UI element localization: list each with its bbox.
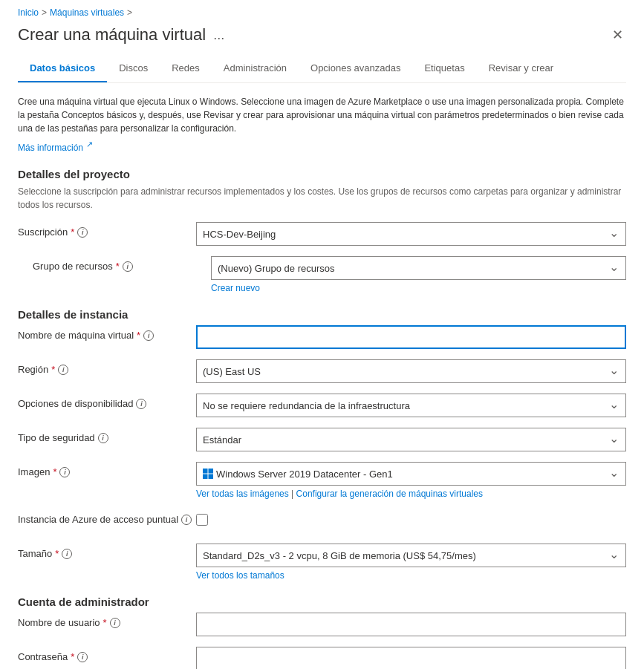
section-detalles-proyecto-desc: Seleccione la suscripción para administr… — [18, 185, 626, 212]
svg-rect-2 — [203, 474, 208, 480]
contrasena-row: Contraseña * i — [18, 647, 626, 669]
ver-todos-tamanos-link[interactable]: Ver todos los tamaños — [196, 570, 284, 581]
imagen-info-icon[interactable]: i — [59, 467, 70, 477]
imagen-select-wrapper: Windows Server 2019 Datacenter - Gen1 — [196, 462, 626, 486]
region-select-wrapper: (US) East US — [196, 359, 626, 383]
ver-todas-imagenes-link[interactable]: Ver todas las imágenes — [196, 489, 289, 499]
mas-informacion-link[interactable]: Más información — [18, 143, 83, 153]
tipo-seguridad-info-icon[interactable]: i — [98, 433, 108, 443]
section-detalles-instancia: Detalles de instancia — [18, 308, 626, 321]
region-control: (US) East US — [196, 359, 626, 383]
grupo-recursos-select[interactable]: (Nuevo) Grupo de recursos — [211, 256, 626, 280]
tabs-bar: Datos básicos Discos Redes Administració… — [18, 55, 626, 83]
imagen-row: Imagen * i Windows Server 2019 Datacente… — [18, 462, 626, 499]
region-select[interactable]: (US) East US — [196, 359, 626, 383]
grupo-recursos-select-wrapper: (Nuevo) Grupo de recursos — [211, 256, 626, 280]
disponibilidad-label: Opciones de disponibilidad i — [18, 394, 196, 409]
nombre-vm-label: Nombre de máquina virtual * i — [18, 325, 196, 341]
disponibilidad-control: No se requiere redundancia de la infraes… — [196, 394, 626, 417]
region-label: Región * i — [18, 359, 196, 375]
imagen-select[interactable]: Windows Server 2019 Datacenter - Gen1 — [196, 462, 626, 486]
region-row: Región * i (US) East US — [18, 359, 626, 383]
breadcrumb: Inicio > Máquinas virtuales > — [0, 0, 644, 21]
tab-etiquetas[interactable]: Etiquetas — [412, 55, 476, 82]
suscripcion-required: * — [71, 226, 74, 238]
suscripcion-select-wrapper: HCS-Dev-Beijing — [196, 222, 626, 246]
tab-opciones-avanzadas[interactable]: Opciones avanzadas — [299, 55, 412, 82]
tamano-links: Ver todos los tamaños — [196, 570, 626, 581]
disponibilidad-info-icon[interactable]: i — [136, 399, 146, 409]
crear-nuevo-link[interactable]: Crear nuevo — [211, 283, 260, 293]
nombre-usuario-info-icon[interactable]: i — [110, 618, 120, 628]
nombre-vm-control — [196, 325, 626, 349]
grupo-recursos-info-icon[interactable]: i — [123, 261, 133, 272]
imagen-links: Ver todas las imágenes | Configurar la g… — [196, 489, 626, 499]
breadcrumb-maquinas[interactable]: Máquinas virtuales — [50, 7, 124, 18]
grupo-recursos-row: Grupo de recursos * i (Nuevo) Grupo de r… — [33, 256, 626, 293]
nombre-usuario-required: * — [103, 617, 107, 628]
imagen-control: Windows Server 2019 Datacenter - Gen1 Ve… — [196, 462, 626, 499]
form-description: Cree una máquina virtual que ejecuta Lin… — [18, 95, 626, 135]
nombre-usuario-label: Nombre de usuario * i — [18, 613, 196, 628]
svg-rect-1 — [209, 469, 214, 474]
disponibilidad-select[interactable]: No se requiere redundancia de la infraes… — [196, 394, 626, 417]
tamano-info-icon[interactable]: i — [62, 549, 72, 559]
suscripcion-select[interactable]: HCS-Dev-Beijing — [196, 222, 626, 246]
configurar-generacion-link[interactable]: Configurar la generación de máquinas vir… — [296, 489, 483, 499]
tipo-seguridad-select-wrapper: Estándar — [196, 428, 626, 451]
grupo-recursos-required: * — [116, 261, 120, 272]
svg-rect-0 — [203, 469, 208, 474]
section-detalles-proyecto: Detalles del proyecto — [18, 168, 626, 180]
nombre-vm-info-icon[interactable]: i — [143, 330, 154, 341]
suscripcion-label: Suscripción * i — [18, 222, 196, 238]
breadcrumb-inicio[interactable]: Inicio — [18, 7, 39, 18]
tab-redes[interactable]: Redes — [160, 55, 212, 82]
tab-discos[interactable]: Discos — [107, 55, 160, 82]
suscripcion-info-icon[interactable]: i — [77, 227, 88, 238]
tamano-control: Standard_D2s_v3 - 2 vcpu, 8 GiB de memor… — [196, 544, 626, 581]
instancia-acceso-row: Instancia de Azure de acceso puntual i — [18, 509, 626, 533]
scrollable-content: Datos básicos Discos Redes Administració… — [0, 55, 644, 669]
instancia-acceso-label: Instancia de Azure de acceso puntual i — [18, 509, 196, 525]
contrasena-input[interactable] — [196, 647, 626, 669]
breadcrumb-sep2: > — [127, 7, 132, 18]
suscripcion-row: Suscripción * i HCS-Dev-Beijing — [18, 222, 626, 246]
nombre-vm-required: * — [137, 330, 140, 341]
svg-rect-3 — [209, 474, 214, 480]
tamano-select[interactable]: Standard_D2s_v3 - 2 vcpu, 8 GiB de memor… — [196, 544, 626, 567]
header-ellipsis[interactable]: ... — [213, 27, 224, 43]
section-cuenta-admin: Cuenta de administrador — [18, 595, 626, 608]
nombre-usuario-row: Nombre de usuario * i — [18, 613, 626, 636]
instancia-acceso-checkbox[interactable] — [196, 514, 208, 526]
tipo-seguridad-select[interactable]: Estándar — [196, 428, 626, 451]
close-button[interactable]: ✕ — [609, 24, 626, 46]
grupo-recursos-label: Grupo de recursos * i — [33, 256, 211, 272]
imagen-required: * — [53, 466, 56, 477]
nombre-vm-row: Nombre de máquina virtual * i — [18, 325, 626, 349]
tipo-seguridad-row: Tipo de seguridad i Estándar — [18, 428, 626, 451]
disponibilidad-row: Opciones de disponibilidad i No se requi… — [18, 394, 626, 417]
contrasena-required: * — [71, 651, 74, 662]
nombre-usuario-input[interactable] — [196, 613, 626, 636]
nombre-vm-input[interactable] — [196, 325, 626, 349]
instancia-acceso-control — [196, 509, 626, 526]
disponibilidad-select-wrapper: No se requiere redundancia de la infraes… — [196, 394, 626, 417]
windows-icon — [203, 469, 213, 479]
tamano-label: Tamaño * i — [18, 544, 196, 559]
tab-administracion[interactable]: Administración — [212, 55, 299, 82]
tipo-seguridad-control: Estándar — [196, 428, 626, 451]
region-info-icon[interactable]: i — [58, 365, 68, 375]
nombre-usuario-control — [196, 613, 626, 636]
suscripcion-control: HCS-Dev-Beijing — [196, 222, 626, 246]
panel-header: Crear una máquina virtual ... ✕ — [0, 21, 644, 55]
contrasena-info-icon[interactable]: i — [77, 652, 88, 662]
instancia-acceso-checkbox-wrapper — [196, 509, 626, 526]
tamano-required: * — [55, 548, 59, 559]
instancia-acceso-info-icon[interactable]: i — [181, 515, 192, 525]
grupo-recursos-control: (Nuevo) Grupo de recursos Crear nuevo — [211, 256, 626, 293]
breadcrumb-sep1: > — [42, 7, 47, 18]
region-required: * — [51, 364, 55, 375]
tab-datos-basicos[interactable]: Datos básicos — [18, 55, 107, 82]
tab-revisar-crear[interactable]: Revisar y crear — [477, 55, 565, 82]
page-title: Crear una máquina virtual — [18, 25, 206, 45]
